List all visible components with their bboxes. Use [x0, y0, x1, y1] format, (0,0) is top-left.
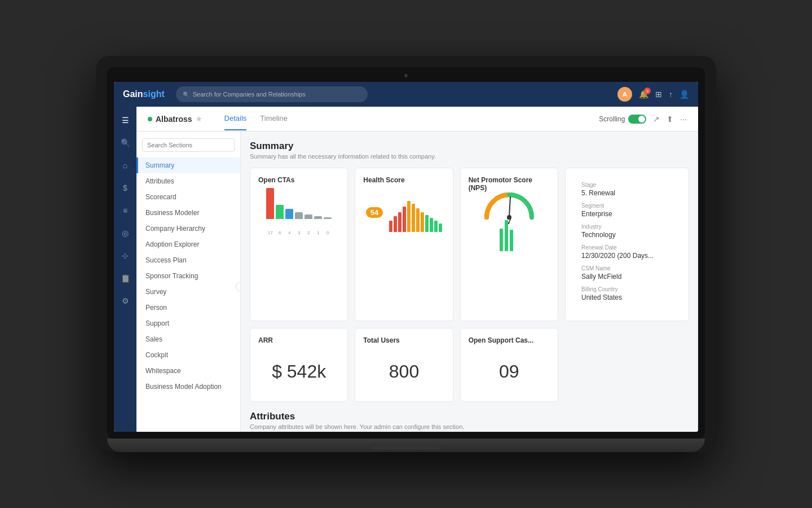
- download-icon[interactable]: ⬆: [667, 115, 673, 124]
- info-panel-card: Stage 5. Renewal Segment Enterprise: [565, 168, 689, 321]
- sidebar-item-summary[interactable]: Summary: [136, 157, 240, 173]
- user-avatar[interactable]: A: [617, 87, 632, 102]
- search-placeholder: Search for Companies and Relationships: [193, 91, 306, 98]
- stage-value: 5. Renewal: [581, 189, 673, 197]
- tab-bar: Details Timeline: [224, 107, 288, 130]
- open-ctas-card: Open CTAs 17643210: [250, 168, 348, 321]
- info-billing: Billing Country United States: [581, 286, 673, 301]
- industry-label: Industry: [581, 224, 673, 230]
- health-bar-item: [412, 204, 415, 232]
- health-bar-item: [403, 207, 406, 232]
- sidebar-item-whitespace[interactable]: Whitespace: [136, 363, 240, 379]
- nav-home-icon[interactable]: ⌂: [121, 159, 130, 172]
- sidebar-item-success-plan[interactable]: Success Plan: [136, 252, 240, 268]
- open-support-value: 09: [469, 350, 550, 393]
- renewal-label: Renewal Date: [581, 244, 673, 251]
- bar-item: [285, 209, 293, 219]
- tab-details[interactable]: Details: [224, 107, 247, 130]
- camera-dot: [404, 74, 408, 77]
- open-support-card: Open Support Cas... 09: [460, 328, 558, 402]
- notification-badge: 9: [644, 87, 651, 94]
- spacer: [565, 328, 689, 334]
- toggle-knob: [638, 116, 645, 122]
- more-options-icon[interactable]: ···: [680, 115, 687, 124]
- scrolling-switch[interactable]: [628, 115, 646, 124]
- stage-label: Stage: [581, 182, 673, 188]
- favorite-icon[interactable]: ★: [196, 115, 202, 123]
- bar-item: [324, 217, 332, 219]
- bar-label: 1: [314, 230, 322, 235]
- nav-menu-icon[interactable]: ☰: [120, 113, 131, 127]
- bar-label: 2: [304, 230, 312, 235]
- bar-label: 17: [266, 230, 274, 235]
- search-icon: 🔍: [183, 91, 189, 98]
- nav-dollar-icon[interactable]: $: [121, 181, 130, 195]
- bar-label: 6: [276, 230, 284, 235]
- sidebar-item-company-hierarchy[interactable]: Company Hierarchy: [136, 221, 240, 237]
- sidebar-item-survey[interactable]: Survey: [136, 284, 240, 300]
- chart-labels: 17643210: [266, 230, 332, 235]
- app-logo: Gainsight: [123, 89, 165, 99]
- sidebar-item-scorecard[interactable]: Scorecard: [136, 189, 240, 205]
- total-users-title: Total Users: [363, 336, 444, 344]
- health-score-container: 54: [363, 190, 444, 235]
- sidebar-item-cockpit[interactable]: Cockpit: [136, 347, 240, 363]
- info-stage: Stage 5. Renewal: [581, 182, 673, 197]
- summary-cards-row: Open CTAs 17643210 Health Score: [250, 168, 689, 321]
- sidebar-item-person[interactable]: Person: [136, 300, 240, 316]
- bar-item: [314, 216, 322, 219]
- sidebar-item-sales[interactable]: Sales: [136, 331, 240, 347]
- top-bar-right: A 🔔 9 ⊞ ↑ 👤: [617, 87, 689, 102]
- sidebar-item-attributes[interactable]: Attributes: [136, 173, 240, 189]
- health-bar-item: [439, 224, 442, 232]
- total-users-card: Total Users 800: [355, 328, 453, 402]
- health-bars: [389, 192, 442, 232]
- sidebar-item-business-modeler[interactable]: Business Modeler: [136, 205, 240, 221]
- total-users-value: 800: [363, 350, 444, 393]
- bar-item: [304, 214, 312, 219]
- notifications-icon[interactable]: 🔔 9: [639, 90, 648, 99]
- nav-tasks-icon[interactable]: ≡: [121, 204, 130, 217]
- page-content: Summary Summary has all the necessary in…: [241, 132, 698, 432]
- health-bar-item: [416, 208, 420, 232]
- top-bar: Gainsight 🔍 Search for Companies and Rel…: [114, 82, 698, 107]
- sidebar-item-business-model-adoption[interactable]: Business Model Adoption: [136, 379, 240, 395]
- sidebar-search-input[interactable]: [142, 138, 235, 152]
- left-nav: ☰ 🔍 ⌂ $ ≡ ◎ ⊹ 📋 ⚙: [114, 107, 136, 432]
- trackpad: [372, 443, 440, 450]
- tab-timeline[interactable]: Timeline: [260, 107, 288, 130]
- segment-value: Enterprise: [581, 210, 673, 218]
- company-header: Albatross ★ Details Timeline Scrolling: [136, 107, 698, 132]
- attributes-subtitle: Company attributes will be shown here. Y…: [250, 423, 689, 430]
- nav-share-icon[interactable]: ⊹: [120, 249, 131, 262]
- nav-search-icon[interactable]: 🔍: [118, 136, 133, 150]
- bar-item: [266, 188, 274, 219]
- search-bar[interactable]: 🔍 Search for Companies and Relationships: [176, 86, 368, 102]
- sidebar-item-adoption-explorer[interactable]: Adoption Explorer: [136, 237, 240, 252]
- arr-card: ARR $ 542k: [250, 328, 348, 402]
- nps-container: 7: [469, 198, 550, 243]
- main-scroll: Summary Attributes Scorecard Business Mo…: [136, 132, 698, 432]
- segment-label: Segment: [581, 203, 673, 209]
- nps-card: Net Promotor Score (NPS): [460, 168, 558, 321]
- csm-value: Sally McField: [581, 273, 673, 281]
- sidebar-item-support[interactable]: Support: [136, 316, 240, 331]
- billing-value: United States: [581, 294, 673, 301]
- bar-label: 0: [324, 230, 332, 235]
- health-bar-item: [394, 216, 397, 232]
- user-icon[interactable]: 👤: [679, 90, 689, 99]
- grid-icon[interactable]: ⊞: [655, 90, 662, 99]
- nav-camera-icon[interactable]: ◎: [120, 226, 131, 240]
- open-ctas-title: Open CTAs: [258, 176, 339, 184]
- nps-gauge: 7: [481, 189, 537, 223]
- company-name-text: Albatross: [156, 115, 192, 124]
- nav-settings-icon[interactable]: ⚙: [120, 294, 131, 308]
- nav-clipboard-icon[interactable]: 📋: [118, 271, 133, 285]
- health-score-card: Health Score 54: [355, 168, 453, 321]
- bar-item: [295, 212, 303, 219]
- info-csm: CSM Name Sally McField: [581, 265, 673, 281]
- upload-icon[interactable]: ↑: [669, 90, 673, 99]
- share-icon[interactable]: ↗: [653, 115, 660, 124]
- sidebar-item-sponsor-tracking[interactable]: Sponsor Tracking: [136, 268, 240, 284]
- health-bar-item: [430, 218, 433, 232]
